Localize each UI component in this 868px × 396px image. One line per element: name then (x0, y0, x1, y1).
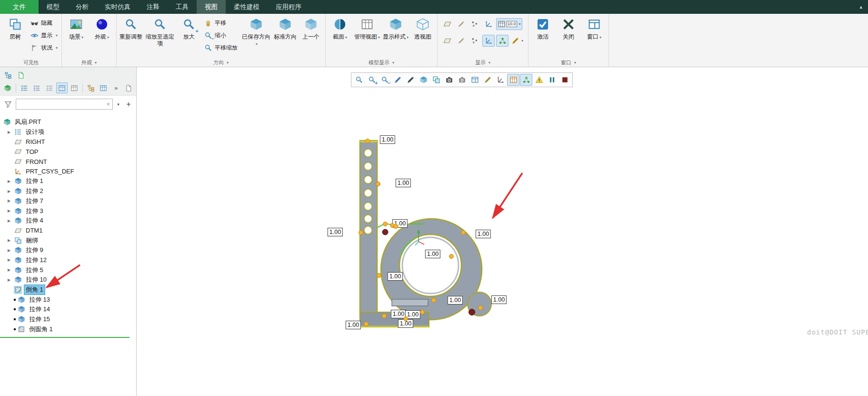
menu-tab-1[interactable]: 文件 (0, 0, 39, 14)
zoom-out-button[interactable]: − (379, 74, 391, 86)
tree-item-12[interactable]: DTM1 (0, 226, 136, 236)
menu-tab-5[interactable]: 注释 (139, 0, 168, 14)
pause-button[interactable] (546, 74, 558, 86)
named-views-button[interactable] (469, 74, 481, 86)
dimension-handle-5[interactable] (461, 230, 466, 235)
dimension-handle-13[interactable] (364, 322, 369, 326)
annotation-display-button[interactable]: 10.0▾ (496, 18, 522, 30)
dimension-handle-7[interactable] (377, 273, 381, 278)
tree-search-input[interactable] (18, 101, 105, 108)
layer-tree-button[interactable]: 层树 (2, 14, 28, 59)
tree-search-box[interactable]: × (16, 99, 113, 110)
warnings-button[interactable] (533, 74, 545, 86)
grid-view-button[interactable] (56, 82, 68, 93)
close-button[interactable]: 关闭 (556, 14, 581, 59)
stop-button[interactable] (559, 74, 571, 86)
tree-item-18[interactable]: 倒角 1 (0, 285, 136, 295)
tree-item-7[interactable]: ▶拉伸 1 (0, 176, 136, 186)
menu-tab-8[interactable]: 柔性建模 (226, 0, 268, 14)
hide-button[interactable]: 隐藏 (28, 17, 60, 29)
dimension-handle-1[interactable] (365, 139, 370, 143)
tree-columns-button[interactable] (69, 82, 80, 93)
dimension-handle-12[interactable] (403, 316, 408, 321)
shade-button[interactable] (404, 74, 417, 86)
dimension-label-5[interactable]: 1.00 (476, 230, 491, 238)
search-options-icon[interactable]: ▾ (115, 99, 122, 110)
dimension-handle-8[interactable] (431, 298, 436, 303)
zoom-in-button[interactable]: + (366, 74, 378, 86)
scene-button[interactable]: 场景▾ (63, 14, 89, 59)
tree-item-21[interactable]: 拉伸 15 (0, 315, 136, 325)
previous-button[interactable]: 上一个 (298, 14, 324, 59)
menu-tab-2[interactable]: 模型 (39, 0, 68, 14)
tree-item-14[interactable]: ▶拉伸 9 (0, 245, 136, 255)
expand-icon[interactable]: ▶ (8, 238, 14, 243)
show-items-button[interactable] (2, 82, 13, 93)
graphics-area[interactable]: +− (137, 67, 868, 396)
column-settings-button[interactable] (98, 82, 109, 93)
tree-item-15[interactable]: ▶拉伸 12 (0, 255, 136, 265)
tree-item-13[interactable]: ▶捆绑 (0, 235, 136, 245)
csys-display-button[interactable] (482, 18, 495, 30)
more-tools-button[interactable]: » (110, 82, 122, 93)
zoom-in-button[interactable]: +放大 (176, 14, 202, 59)
ribbon-group-label-appearance[interactable]: 外观▾ (63, 59, 115, 67)
dimension-handle-9[interactable] (478, 305, 483, 310)
plane-display-button[interactable] (441, 18, 453, 30)
expand-icon[interactable]: ▶ (8, 268, 14, 272)
pan-zoom-button[interactable]: 平移缩放 (202, 41, 240, 54)
dragger-display-button[interactable] (520, 74, 532, 86)
saved-orientations-button[interactable]: 已保存方向▾ (240, 14, 272, 59)
dimension-handle-extra-2[interactable] (393, 224, 398, 229)
bookmarks-button[interactable] (15, 70, 27, 81)
pan-button[interactable]: 平移 (202, 17, 240, 29)
tree-item-3[interactable]: RIGHT (0, 137, 136, 147)
standard-orientation-button[interactable]: 标准方向 (272, 14, 298, 59)
show-button[interactable]: 显示▾ (28, 29, 60, 41)
windows-button[interactable]: 窗口▾ (581, 14, 607, 59)
dimension-label-4[interactable]: 1.00 (328, 228, 343, 236)
perspective-button[interactable]: 透视图 (410, 14, 436, 59)
expand-icon[interactable]: ▶ (8, 199, 14, 203)
dimension-handle-extra-1[interactable] (383, 222, 388, 226)
filter-icon[interactable] (2, 99, 14, 110)
point-tag-display-button[interactable] (469, 35, 481, 47)
capture-image-button[interactable] (456, 74, 468, 86)
tree-item-8[interactable]: ▶拉伸 2 (0, 186, 136, 196)
status-button[interactable]: 状况▾ (28, 41, 60, 54)
dimension-handle-10[interactable] (382, 314, 387, 318)
dragger-display-button[interactable] (496, 35, 509, 47)
collapse-ribbon-icon[interactable]: ▴ (859, 0, 862, 14)
view-manager-button[interactable] (443, 74, 455, 86)
dimension-label-8[interactable]: 1.00 (448, 296, 463, 305)
expand-icon[interactable]: ▶ (8, 179, 14, 183)
appearance-button[interactable]: 外观▾ (89, 14, 115, 59)
ribbon-group-label-model-display[interactable]: 模型显示▾ (327, 59, 436, 67)
expand-icon[interactable]: ▶ (8, 130, 14, 134)
manage-views-button[interactable]: 管理视图▾ (353, 14, 381, 59)
sections-button[interactable]: 截面▾ (327, 14, 353, 59)
expand-icon[interactable]: ▶ (8, 189, 14, 193)
display-style-button[interactable]: 显示样式▾ (381, 14, 410, 59)
datum-display-button[interactable] (494, 74, 507, 86)
menu-tab-9[interactable]: 应用程序 (268, 0, 309, 14)
csys-tag-display-button[interactable] (482, 35, 495, 47)
hidden-line-button[interactable] (481, 74, 494, 86)
open-settings-button[interactable] (123, 82, 134, 93)
zoom-to-selected-button[interactable]: 缩放至选定项 (144, 14, 176, 59)
dimension-handle-4[interactable] (359, 230, 363, 235)
repaint-button[interactable] (391, 74, 404, 86)
menu-tab-4[interactable]: 实时仿真 (97, 0, 139, 14)
axis-tag-display-button[interactable] (455, 35, 467, 47)
list-view-1-button[interactable] (19, 82, 30, 93)
add-filter-button[interactable]: + (124, 99, 133, 110)
dimension-label-9[interactable]: 1.00 (491, 295, 507, 304)
dimension-label-1[interactable]: 1.00 (380, 135, 395, 144)
saved-orientations-button[interactable] (430, 74, 442, 86)
tree-item-19[interactable]: 拉伸 13 (0, 294, 136, 305)
expand-icon[interactable]: ▶ (8, 219, 14, 223)
annotation-display-button[interactable] (507, 74, 519, 86)
refit-button[interactable]: 重新调整 (118, 14, 144, 59)
menu-tab-7[interactable]: 视图 (197, 0, 226, 14)
tree-item-11[interactable]: ▶拉伸 4 (0, 216, 136, 226)
